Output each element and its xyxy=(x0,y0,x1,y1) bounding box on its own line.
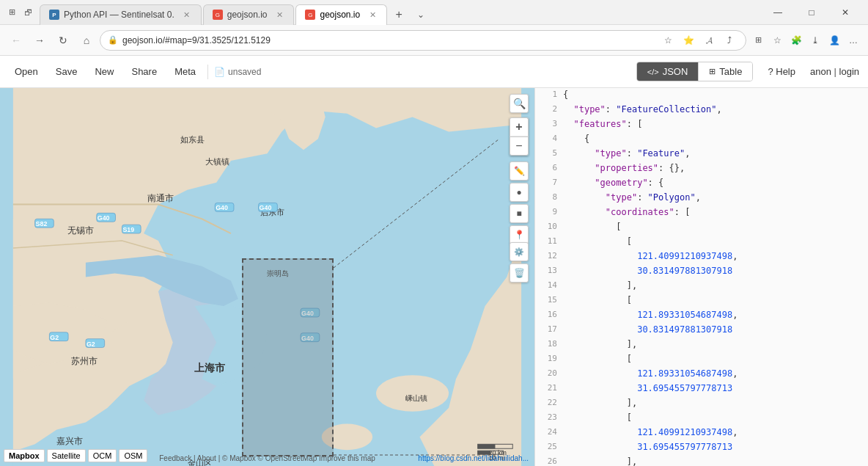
map-area[interactable]: 无锡市 苏州市 南通市 启东市 上海市 嘉兴市 金山区 如东县 大镇镇 崇明岛 … xyxy=(0,88,534,466)
draw-point-tool[interactable]: ● xyxy=(510,183,529,202)
nav-forward-btn[interactable]: 🗗 xyxy=(22,7,34,18)
line-number: 25 xyxy=(541,440,563,455)
save-button[interactable]: Save xyxy=(50,63,84,80)
close-button[interactable]: ✕ xyxy=(828,0,862,25)
downloads-button[interactable]: ⤓ xyxy=(806,32,824,49)
meta-button[interactable]: Meta xyxy=(169,63,202,80)
tab-close-geo1[interactable]: ✕ xyxy=(274,10,284,20)
refresh-button[interactable]: ↻ xyxy=(53,30,73,51)
edit-tool[interactable]: ⚙️ xyxy=(510,242,529,261)
json-line: 26 ], xyxy=(535,455,868,466)
title-bar: ⊞ 🗗 P Python API — Sentinelsat 0. ✕ G ge… xyxy=(0,0,868,25)
line-number: 1 xyxy=(541,88,563,103)
draw-line-tool[interactable]: ✏️ xyxy=(510,161,529,181)
line-content: ], xyxy=(563,396,862,411)
style-osm[interactable]: OSM xyxy=(119,449,147,462)
collections-button[interactable]: ⭐ xyxy=(680,32,697,49)
line-content: [ xyxy=(563,352,862,367)
share-button[interactable]: Share xyxy=(125,63,163,80)
tab-favicon-geo1: G xyxy=(213,10,223,20)
login-link[interactable]: login xyxy=(839,66,859,77)
svg-text:G2: G2 xyxy=(50,334,59,341)
line-content: 31.695455797778713 xyxy=(563,382,862,396)
read-aloud-button[interactable]: 𝓐 xyxy=(700,32,718,49)
table-tab-label: Table xyxy=(719,66,742,77)
tab-close-geo2[interactable]: ✕ xyxy=(367,10,378,20)
unsaved-label: unsaved xyxy=(228,67,261,77)
json-line: 10 [ xyxy=(535,220,868,235)
table-icon: ⊞ xyxy=(709,67,716,76)
line-content: 31.695455797778713 xyxy=(563,440,862,455)
tab-favicon-geo2: G xyxy=(305,10,315,20)
profile-button[interactable]: 👤 xyxy=(825,32,843,49)
style-ocm[interactable]: OCM xyxy=(88,449,117,462)
minimize-button[interactable]: — xyxy=(761,0,795,25)
address-bar[interactable]: 🔒 geojson.io/#map=9/31.3525/121.5129 ☆ ⭐… xyxy=(100,30,746,51)
split-screen-button[interactable]: ⊞ xyxy=(749,32,767,49)
browser-actions: ⊞ ☆ 🧩 ⤓ 👤 … xyxy=(749,32,862,49)
json-line: 20 121.89331054687498, xyxy=(535,367,868,382)
json-line: 15 [ xyxy=(535,294,868,308)
zoom-out-button[interactable]: − xyxy=(510,136,529,156)
new-button[interactable]: New xyxy=(89,63,119,80)
line-content: [ xyxy=(563,294,862,308)
file-icon: 📄 xyxy=(214,67,225,77)
tab-menu-button[interactable]: ⌄ xyxy=(411,4,431,25)
line-number: 3 xyxy=(541,117,563,132)
line-number: 23 xyxy=(541,411,563,426)
anon-link[interactable]: anon xyxy=(810,66,831,77)
edit-tools: ⚙️ 🗑️ xyxy=(510,242,529,283)
toolbar-separator xyxy=(207,65,208,79)
tab-close-python[interactable]: ✕ xyxy=(182,10,192,20)
tab-python[interactable]: P Python API — Sentinelsat 0. ✕ xyxy=(40,4,202,25)
delete-tool[interactable]: 🗑️ xyxy=(510,263,529,283)
favorites-button[interactable]: ☆ xyxy=(768,32,786,49)
json-line: 24 121.40991210937498, xyxy=(535,426,868,440)
svg-text:G40: G40 xyxy=(98,214,110,222)
nav-back-btn[interactable]: ⊞ xyxy=(6,7,18,18)
map-style-switcher: Mapbox Satellite OCM OSM xyxy=(4,449,147,462)
json-line: 22 ], xyxy=(535,396,868,411)
line-number: 10 xyxy=(541,220,563,235)
json-editor[interactable]: 1{2 "type": "FeatureCollection",3 "featu… xyxy=(535,88,868,466)
maximize-button[interactable]: □ xyxy=(795,0,828,25)
style-mapbox[interactable]: Mapbox xyxy=(4,449,45,462)
map-search-button[interactable]: 🔍 xyxy=(510,94,529,113)
settings-button[interactable]: … xyxy=(845,32,862,49)
tab-table[interactable]: ⊞ Table xyxy=(699,62,752,81)
open-button[interactable]: Open xyxy=(9,63,44,80)
line-number: 21 xyxy=(541,382,563,396)
browser-frame: ⊞ 🗗 P Python API — Sentinelsat 0. ✕ G ge… xyxy=(0,0,868,466)
home-button[interactable]: ⌂ xyxy=(76,30,97,51)
tab-geojson1[interactable]: G geojson.io ✕ xyxy=(203,4,295,25)
extensions-button[interactable]: 🧩 xyxy=(787,32,805,49)
draw-polygon-tool[interactable]: ■ xyxy=(510,204,529,223)
help-button[interactable]: ? Help xyxy=(759,62,804,81)
svg-text:S19: S19 xyxy=(122,226,134,233)
line-number: 16 xyxy=(541,308,563,323)
line-content: [ xyxy=(563,220,862,235)
line-content: { xyxy=(563,132,862,147)
forward-button[interactable]: → xyxy=(29,30,50,51)
tab-geojson2[interactable]: G geojson.io ✕ xyxy=(295,4,387,25)
json-line: 11 [ xyxy=(535,235,868,250)
map-selection xyxy=(242,258,334,456)
back-button[interactable]: ← xyxy=(6,30,26,51)
line-content: [ xyxy=(563,235,862,250)
style-satellite[interactable]: Satellite xyxy=(47,449,86,462)
map-source-link[interactable]: https://blog.csdn.net/lidahuilidah... xyxy=(418,454,529,462)
line-number: 2 xyxy=(541,103,563,117)
json-line: 17 30.831497881307918 xyxy=(535,323,868,338)
share-page-button[interactable]: ⤴ xyxy=(721,32,738,49)
line-number: 15 xyxy=(541,294,563,308)
zoom-in-button[interactable]: + xyxy=(510,117,529,136)
address-text: geojson.io/#map=9/31.3525/121.5129 xyxy=(122,35,655,45)
line-content: 121.40991210937498, xyxy=(563,426,862,440)
tab-json[interactable]: </> JSON xyxy=(637,62,699,81)
new-tab-button[interactable]: + xyxy=(389,4,409,25)
bookmark-button[interactable]: ☆ xyxy=(659,32,677,49)
json-line: 13 30.831497881307918 xyxy=(535,264,868,279)
search-control[interactable]: 🔍 xyxy=(510,94,529,113)
svg-text:无锡市: 无锡市 xyxy=(67,225,94,236)
zoom-group: + − xyxy=(510,117,529,156)
